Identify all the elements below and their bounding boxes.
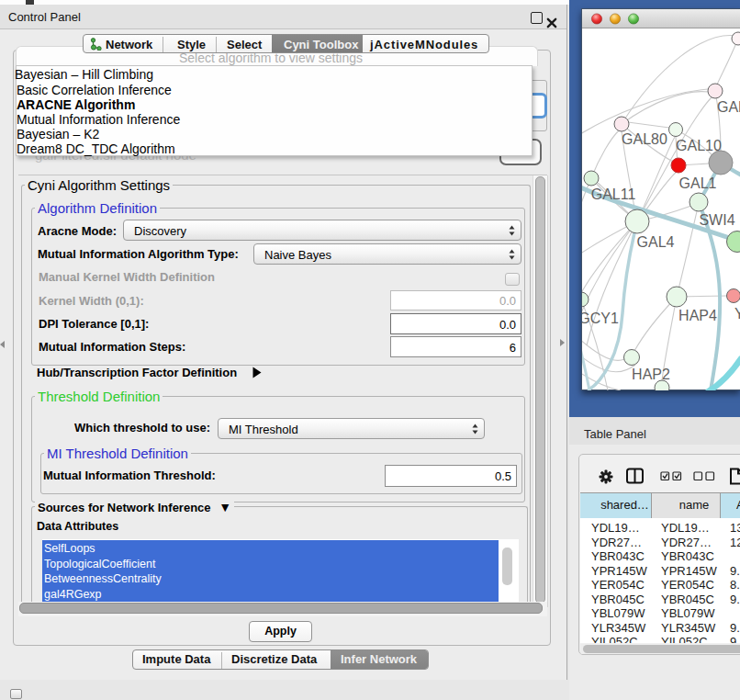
svg-text:GAL4: GAL4 [637,234,675,250]
svg-text:HAP2: HAP2 [632,367,670,382]
svg-text:GCY1: GCY1 [582,310,619,326]
svg-text:GAL80: GAL80 [622,131,667,147]
svg-text:GAL10: GAL10 [676,138,722,153]
svg-text:SWI4: SWI4 [699,212,734,228]
svg-text:GAL11: GAL11 [591,186,636,202]
svg-text:GAL1: GAL1 [679,175,717,191]
svg-text:GAL7: GAL7 [717,99,740,115]
svg-text:HAP4: HAP4 [678,308,717,323]
svg-text:YM: YM [734,306,740,322]
